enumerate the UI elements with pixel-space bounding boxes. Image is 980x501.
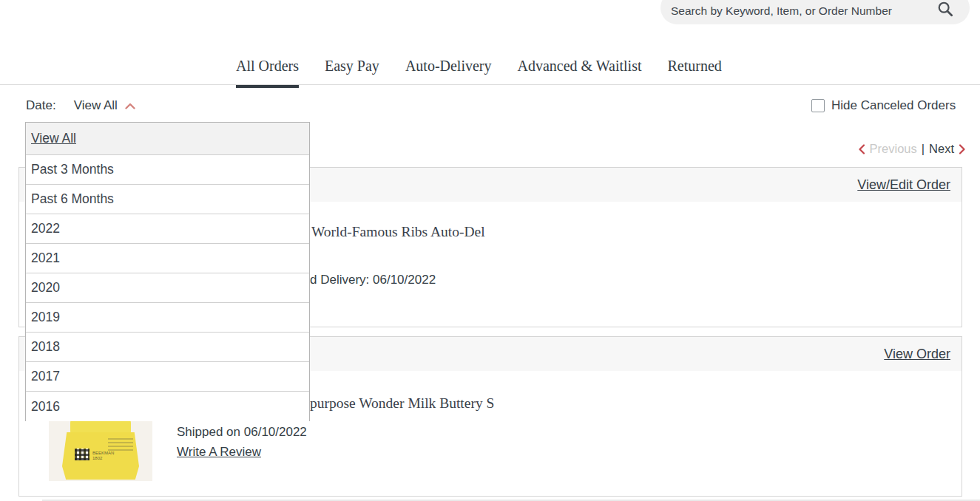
tab-advanced-waitlist[interactable]: Advanced & Waitlist	[518, 58, 642, 88]
pagination-next[interactable]: Next	[929, 142, 954, 156]
date-option-2017[interactable]: 2017	[26, 362, 309, 392]
date-option-2019[interactable]: 2019	[26, 303, 309, 333]
order-2-product-title[interactable]: purpose Wonder Milk Buttery S	[310, 395, 494, 412]
date-option-past-6-months[interactable]: Past 6 Months	[26, 185, 309, 214]
pagination: Previous | Next	[858, 142, 966, 156]
hide-canceled-checkbox[interactable]	[811, 99, 825, 112]
hide-canceled-control: Hide Canceled Orders	[811, 98, 956, 113]
write-review-link[interactable]: Write A Review	[177, 445, 261, 460]
date-filter-value: View All	[74, 98, 118, 113]
date-option-2016[interactable]: 2016	[26, 392, 309, 421]
date-option-2022[interactable]: 2022	[26, 214, 309, 244]
search-icon[interactable]	[937, 1, 953, 17]
chevron-left-icon	[858, 144, 865, 154]
order-2-shipped-status: Shipped on 06/10/2022	[177, 425, 307, 440]
tab-all-orders[interactable]: All Orders	[236, 58, 299, 88]
date-option-2020[interactable]: 2020	[26, 273, 309, 303]
date-option-view-all[interactable]: View All	[26, 123, 309, 155]
pagination-separator: |	[922, 142, 925, 156]
order-tabs: All Orders Easy Pay Auto-Delivery Advanc…	[236, 58, 722, 88]
pagination-previous: Previous	[870, 142, 917, 156]
date-option-2018[interactable]: 2018	[26, 333, 309, 362]
jar-body: BEEKMAN1802	[62, 432, 139, 480]
order-1-delivery-status: d Delivery: 06/10/2022	[310, 273, 436, 287]
search-bar	[660, 0, 970, 24]
jar-plaid-logo	[75, 449, 89, 460]
date-option-2021[interactable]: 2021	[26, 244, 309, 273]
chevron-up-icon	[125, 103, 135, 109]
chevron-right-icon[interactable]	[959, 144, 966, 154]
order-1-product-title[interactable]: World-Famous Ribs Auto-Del	[311, 224, 485, 240]
product-image-yellow-jar[interactable]: BEEKMAN1802	[49, 415, 152, 481]
orders-page: All Orders Easy Pay Auto-Delivery Advanc…	[0, 0, 980, 501]
view-order-link[interactable]: View Order	[884, 347, 950, 362]
search-input[interactable]	[671, 1, 937, 21]
tab-returned[interactable]: Returned	[668, 58, 722, 88]
date-filter-label: Date:	[26, 98, 56, 113]
tab-easy-pay[interactable]: Easy Pay	[325, 58, 379, 88]
tab-auto-delivery[interactable]: Auto-Delivery	[405, 58, 492, 88]
jar-label-lines	[108, 438, 133, 453]
date-option-past-3-months[interactable]: Past 3 Months	[26, 155, 309, 185]
tabs-divider	[0, 84, 980, 85]
view-edit-order-link[interactable]: View/Edit Order	[857, 177, 950, 193]
date-filter-select[interactable]: View All	[74, 98, 135, 113]
date-dropdown-menu: View All Past 3 Months Past 6 Months 202…	[25, 122, 310, 421]
hide-canceled-label: Hide Canceled Orders	[831, 98, 956, 113]
date-filter-row: Date: View All	[26, 98, 135, 113]
